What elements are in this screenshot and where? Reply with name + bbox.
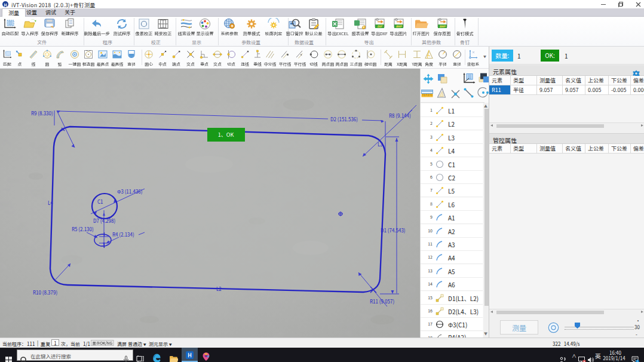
svg-text:L4: L4 xyxy=(48,200,53,206)
svg-text:1: 1 xyxy=(637,359,639,362)
svg-text:BMP: BMP xyxy=(440,24,446,28)
svg-text:1、OK: 1、OK xyxy=(218,131,234,139)
svg-text:D2 (151.536): D2 (151.536) xyxy=(330,116,358,122)
svg-text:R5 (2.130): R5 (2.130) xyxy=(72,226,94,232)
svg-text:L2: L2 xyxy=(216,286,222,292)
svg-text:Φ3 (11.436): Φ3 (11.436) xyxy=(117,188,143,195)
svg-text:R10 (8.379): R10 (8.379) xyxy=(33,289,57,296)
svg-text:R4 (2.134): R4 (2.134) xyxy=(112,231,134,238)
svg-text:BMP: BMP xyxy=(396,24,403,28)
svg-text:D7 (4.298): D7 (4.298) xyxy=(93,217,115,224)
svg-text:C1: C1 xyxy=(97,198,103,205)
svg-text:R11 (9.057): R11 (9.057) xyxy=(370,298,394,305)
svg-text:L3: L3 xyxy=(378,141,383,148)
svg-text:D1 (74.543): D1 (74.543) xyxy=(381,227,406,234)
svg-text:R9 (8.330): R9 (8.330) xyxy=(31,110,53,116)
svg-text:R8 (9.144): R8 (9.144) xyxy=(389,112,411,119)
